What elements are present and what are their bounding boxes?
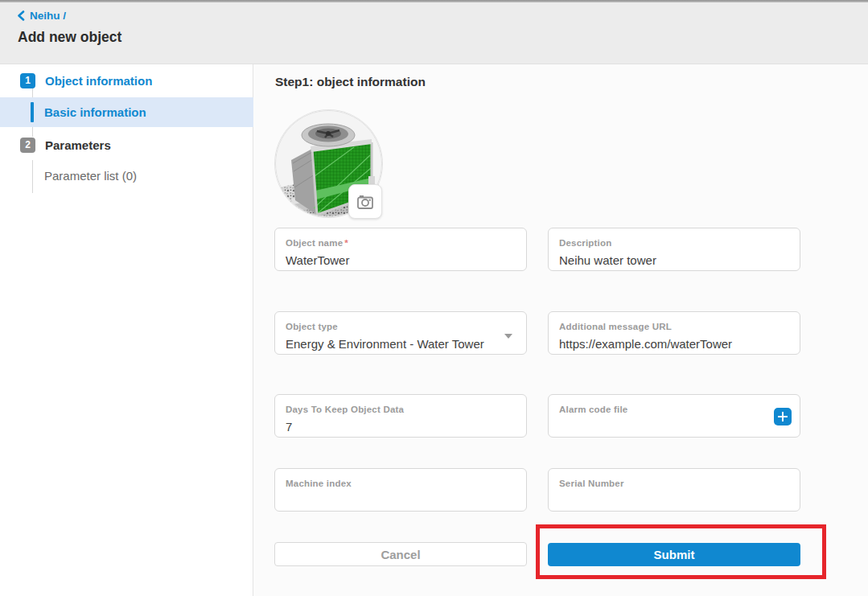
step-number-badge: 2 [20,138,35,153]
field-label: Description [559,238,611,248]
field-label: Alarm code file [559,405,627,414]
step-heading: Step1: object information [275,75,426,89]
field-label: Additional message URL [559,322,672,331]
breadcrumb-back-link[interactable]: Neihu / [17,10,66,22]
required-asterisk: * [344,238,348,248]
machine-index-field[interactable]: Machine index [274,468,527,512]
field-value: Neihu water tower [559,253,789,267]
additional-message-url-field[interactable]: Additional message URL https://example.c… [548,311,800,355]
active-step-indicator [31,102,34,122]
steps-sidebar: 1 Object information Basic information 2… [0,64,253,596]
camera-icon [356,192,375,212]
breadcrumb-label: Neihu / [30,10,66,22]
field-value: https://example.com/waterTower [559,337,789,351]
step-number-badge: 1 [20,73,35,88]
step-label: Object information [45,74,152,88]
step-label: Parameters [45,138,111,152]
field-label: Days To Keep Object Data [286,405,404,414]
page-title: Add new object [18,29,121,46]
sidebar-item-object-information[interactable]: 1 Object information [0,72,253,88]
field-value: 7 [286,420,516,434]
sidebar-item-basic-information[interactable]: Basic information [0,97,253,127]
object-type-select[interactable]: Object type Energy & Environment - Water… [274,311,527,355]
submit-button[interactable]: Submit [548,543,800,566]
field-value: Energy & Environment - Water Tower [286,337,516,351]
sidebar-item-parameter-list[interactable]: Parameter list (0) [44,169,137,183]
field-label: Serial Number [559,479,624,488]
chevron-left-icon [17,10,26,21]
sidebar-item-parameters[interactable]: 2 Parameters [0,137,253,153]
page-header: Neihu / Add new object [0,2,868,64]
substep-label: Basic information [44,105,146,119]
object-name-field[interactable]: Object name* WaterTower [274,228,527,271]
change-photo-button[interactable] [348,184,382,219]
cancel-button[interactable]: Cancel [274,542,527,566]
plus-icon[interactable] [774,408,792,425]
field-label: Object type [286,322,338,331]
serial-number-field[interactable]: Serial Number [548,468,800,512]
field-label: Machine index [286,479,352,488]
caret-down-icon[interactable] [504,334,512,339]
field-label: Object name [286,238,343,248]
step-connector-line [32,160,33,193]
alarm-code-file-field[interactable]: Alarm code file [548,394,800,438]
field-value: WaterTower [286,253,516,267]
days-to-keep-field[interactable]: Days To Keep Object Data 7 [274,394,527,438]
description-field[interactable]: Description Neihu water tower [548,228,800,271]
